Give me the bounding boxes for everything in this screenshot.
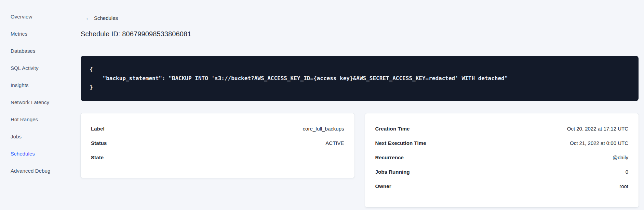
summary-cards-row: Label core_full_backups Status ACTIVE St… — [81, 113, 639, 207]
schedule-timing-card: Creation Time Oct 20, 2022 at 17:12 UTC … — [365, 113, 639, 207]
sidebar-item-insights[interactable]: Insights — [11, 76, 81, 94]
jobs-running-value: 0 — [626, 169, 628, 175]
table-row: Next Execution Time Oct 21, 2022 at 0:00… — [375, 136, 629, 150]
sidebar-item-sql-activity[interactable]: SQL Activity — [11, 59, 81, 76]
sidebar-item-databases[interactable]: Databases — [11, 42, 81, 59]
table-row: State — [91, 150, 344, 165]
label-key: Label — [91, 126, 105, 132]
page-title: Schedule ID: 806799098533806081 — [81, 30, 639, 38]
back-to-schedules-link[interactable]: ← Schedules — [81, 15, 118, 21]
sidebar-item-hot-ranges[interactable]: Hot Ranges — [11, 111, 81, 128]
code-line: } — [90, 83, 630, 92]
recurrence-key: Recurrence — [375, 155, 404, 160]
jobs-running-key: Jobs Running — [375, 169, 410, 175]
next-execution-time-key: Next Execution Time — [375, 140, 426, 146]
label-value: core_full_backups — [303, 126, 344, 132]
code-line: { — [90, 65, 630, 74]
table-row: Owner root — [375, 179, 629, 194]
creation-time-value: Oct 20, 2022 at 17:12 UTC — [567, 126, 628, 132]
sidebar-item-network-latency[interactable]: Network Latency — [11, 94, 81, 111]
creation-time-key: Creation Time — [375, 126, 410, 132]
owner-value: root — [619, 183, 628, 189]
recurrence-value: @daily — [613, 155, 628, 160]
state-key: State — [91, 155, 104, 160]
sidebar-item-metrics[interactable]: Metrics — [11, 25, 81, 42]
table-row: Jobs Running 0 — [375, 165, 629, 179]
status-value: ACTIVE — [325, 140, 344, 146]
back-link-label: Schedules — [94, 15, 118, 21]
code-line: "backup_statement": "BACKUP INTO 's3://b… — [90, 74, 630, 83]
sidebar-item-overview[interactable]: Overview — [11, 8, 81, 25]
next-execution-time-value: Oct 21, 2022 at 0:00 UTC — [570, 140, 628, 146]
owner-key: Owner — [375, 183, 391, 189]
status-key: Status — [91, 140, 107, 146]
table-row: Creation Time Oct 20, 2022 at 17:12 UTC — [375, 122, 629, 136]
sidebar-item-jobs[interactable]: Jobs — [11, 128, 81, 145]
table-row: Recurrence @daily — [375, 150, 629, 165]
main-content: ← Schedules Schedule ID: 806799098533806… — [81, 0, 639, 210]
back-arrow-icon: ← — [85, 15, 91, 21]
sidebar-item-schedules[interactable]: Schedules — [11, 145, 81, 162]
sidebar-nav: Overview Metrics Databases SQL Activity … — [0, 0, 81, 210]
table-row: Label core_full_backups — [91, 122, 344, 136]
schedule-label-status-card: Label core_full_backups Status ACTIVE St… — [81, 113, 354, 178]
sidebar-item-advanced-debug[interactable]: Advanced Debug — [11, 162, 81, 179]
app-root: Overview Metrics Databases SQL Activity … — [0, 0, 644, 210]
table-row: Status ACTIVE — [91, 136, 344, 150]
schedule-statement-code-block: { "backup_statement": "BACKUP INTO 's3:/… — [81, 56, 639, 101]
